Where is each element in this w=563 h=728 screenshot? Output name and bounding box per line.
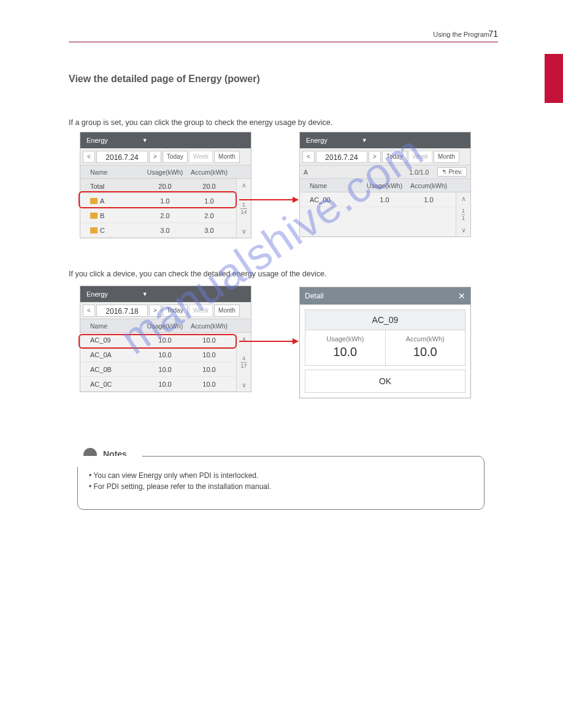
- cell-accum: 1.0: [187, 197, 231, 205]
- date-navigator: < 2016.7.24 > Today Week Month: [80, 148, 251, 165]
- energy-panel-devices: Energy ▼ < 2016.7.18 > Today Week Month …: [80, 286, 251, 392]
- ok-button[interactable]: OK: [305, 370, 465, 393]
- cell-accum: 2.0: [187, 212, 231, 219]
- table-header: Name Usage(kWh) Accum(kWh): [300, 179, 470, 192]
- arrow-icon: [239, 341, 298, 342]
- table-row[interactable]: AC_00 1.0 1.0: [300, 192, 456, 207]
- today-button[interactable]: Today: [382, 151, 407, 163]
- table-row[interactable]: AC_09 10.0 10.0: [80, 333, 236, 347]
- table-row[interactable]: AC_0A 10.0 10.0: [80, 347, 236, 362]
- detail-header: Detail ✕: [300, 287, 470, 305]
- month-button[interactable]: Month: [434, 151, 459, 163]
- chevron-down-icon[interactable]: ∨: [461, 226, 466, 234]
- month-button[interactable]: Month: [214, 151, 240, 163]
- date-display[interactable]: 2016.7.24: [96, 151, 148, 163]
- chevron-down-icon[interactable]: ∨: [242, 381, 247, 389]
- breadcrumb: A 1.0/1.0 ↰Prev.: [300, 165, 470, 179]
- prev-date-button[interactable]: <: [83, 151, 95, 163]
- table-row: [300, 207, 456, 237]
- table-body: AC_09 10.0 10.0 AC_0A 10.0 10.0 AC_0B 10…: [80, 333, 251, 392]
- energy-panel-group-detail: Energy ▼ < 2016.7.24 > Today Week Month …: [299, 132, 471, 237]
- date-display[interactable]: 2016.7.24: [316, 151, 367, 163]
- chevron-up-icon[interactable]: ∧: [242, 181, 247, 189]
- detail-device-name: AC_09: [305, 309, 465, 330]
- next-date-button[interactable]: >: [369, 151, 381, 163]
- breadcrumb-ratio: 1.0/1.0: [400, 169, 437, 176]
- chevron-up-icon[interactable]: ∧: [461, 195, 466, 203]
- today-button[interactable]: Today: [163, 151, 188, 163]
- cell-accum: 10.0: [187, 381, 231, 388]
- panel-dropdown[interactable]: Energy ▼: [300, 132, 470, 148]
- cell-name: B: [90, 212, 143, 219]
- chevron-up-icon[interactable]: ∧: [242, 335, 247, 343]
- col-usage: Usage(kWh): [143, 169, 187, 176]
- section-title: View the detailed page of Energy (power): [69, 74, 260, 85]
- col-name: Name: [90, 322, 143, 330]
- panel-dropdown[interactable]: Energy ▼: [80, 286, 251, 302]
- detail-modal: Detail ✕ AC_09 Usage(kWh) 10.0 Accum(kWh…: [299, 287, 471, 398]
- panel-dropdown[interactable]: Energy ▼: [80, 132, 251, 148]
- close-icon[interactable]: ✕: [458, 291, 465, 301]
- arrow-icon: [239, 199, 298, 200]
- cell-accum: 10.0: [187, 351, 231, 358]
- table-row[interactable]: B 2.0 2.0: [80, 208, 236, 223]
- cell-usage: 10.0: [143, 366, 187, 373]
- prev-button[interactable]: ↰Prev.: [437, 167, 467, 176]
- cell-usage: 10.0: [143, 381, 187, 388]
- cell-accum: 3.0: [187, 227, 231, 234]
- month-button[interactable]: Month: [214, 305, 240, 317]
- side-tab: [545, 54, 563, 103]
- detail-body: AC_09 Usage(kWh) 10.0 Accum(kWh) 10.0 OK: [300, 305, 470, 398]
- chevron-down-icon: ▼: [142, 137, 148, 143]
- cell-name: C: [90, 227, 143, 234]
- accum-value: 10.0: [386, 345, 465, 359]
- dropdown-label: Energy: [86, 137, 108, 144]
- table-header: Name Usage(kWh) Accum(kWh): [80, 165, 251, 179]
- notes-line-2: • For PDI setting, please refer to the i…: [89, 482, 473, 491]
- notes-box: • You can view Energy only when PDI is i…: [77, 456, 484, 510]
- usage-label: Usage(kWh): [305, 335, 385, 343]
- cell-usage: 10.0: [143, 351, 187, 358]
- col-name: Name: [310, 182, 362, 189]
- col-accum: Accum(kWh): [407, 182, 451, 189]
- header-rule: [69, 42, 498, 42]
- table-row[interactable]: AC_0B 10.0 10.0: [80, 362, 236, 377]
- cell-usage: 1.0: [143, 197, 187, 205]
- prev-date-button[interactable]: <: [83, 305, 95, 317]
- table-row[interactable]: AC_0C 10.0 10.0: [80, 377, 236, 392]
- detail-grid: Usage(kWh) 10.0 Accum(kWh) 10.0: [305, 330, 465, 366]
- today-button[interactable]: Today: [163, 305, 188, 317]
- table-row[interactable]: Total 20.0 20.0: [80, 179, 236, 194]
- table-row[interactable]: A 1.0 1.0: [80, 194, 236, 208]
- cell-usage: 1.0: [362, 196, 407, 203]
- next-date-button[interactable]: >: [149, 305, 161, 317]
- week-button[interactable]: Week: [189, 151, 213, 163]
- next-date-button[interactable]: >: [149, 151, 161, 163]
- table-body: Total 20.0 20.0 A 1.0 1.0 B 2.0 2.0 C 3.…: [80, 179, 251, 238]
- cell-accum: 10.0: [187, 366, 231, 373]
- chevron-down-icon: ▼: [142, 291, 148, 297]
- cell-name: A: [90, 197, 143, 205]
- header-section: Using the Program: [433, 31, 489, 38]
- cell-usage: 20.0: [143, 183, 187, 190]
- table-row[interactable]: C 3.0 3.0: [80, 223, 236, 238]
- cell-accum: 20.0: [187, 183, 231, 190]
- scroll-column[interactable]: ∧ 11 ∨: [456, 192, 470, 237]
- page-indicator: 11: [462, 208, 465, 221]
- scroll-column[interactable]: ∧ 114 ∨: [236, 179, 251, 238]
- folder-icon: [90, 227, 98, 233]
- chevron-down-icon[interactable]: ∨: [242, 227, 247, 235]
- accum-label: Accum(kWh): [386, 335, 465, 343]
- energy-panel-groups: Energy ▼ < 2016.7.24 > Today Week Month …: [80, 132, 251, 238]
- cell-name: AC_0A: [90, 351, 143, 358]
- week-button[interactable]: Week: [408, 151, 432, 163]
- prev-date-button[interactable]: <: [302, 151, 315, 163]
- detail-accum-cell: Accum(kWh) 10.0: [385, 330, 465, 365]
- folder-icon: [90, 213, 98, 219]
- date-display[interactable]: 2016.7.18: [96, 305, 148, 317]
- breadcrumb-name: A: [304, 169, 400, 176]
- notes-line-1: • You can view Energy only when PDI is i…: [89, 471, 473, 480]
- col-accum: Accum(kWh): [187, 322, 231, 330]
- week-button[interactable]: Week: [189, 305, 213, 317]
- page-indicator: 114: [240, 202, 247, 215]
